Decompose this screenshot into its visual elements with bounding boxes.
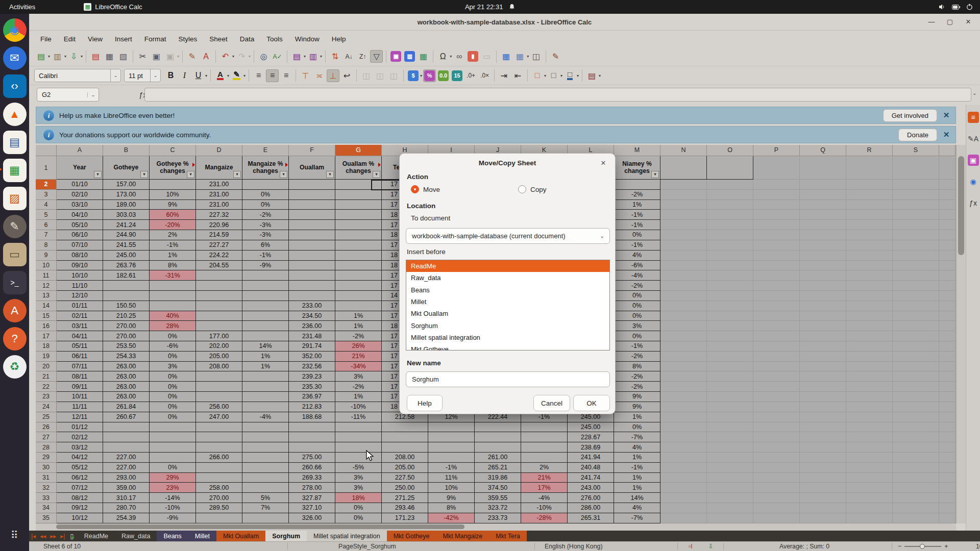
cell-G27[interactable] xyxy=(335,432,382,442)
row-header-24[interactable]: 24 xyxy=(36,402,57,412)
cell-G24[interactable]: -10% xyxy=(335,402,382,412)
menu-window[interactable]: Window xyxy=(290,33,325,45)
cell-O7[interactable] xyxy=(707,230,753,240)
cell-F25[interactable]: 188.68 xyxy=(289,412,335,422)
sheet-list-item-millet[interactable]: Millet xyxy=(406,296,609,308)
cell-F34[interactable]: 327.10 xyxy=(289,503,335,513)
cell-A24[interactable]: 11/11 xyxy=(57,402,103,412)
cell-R27[interactable] xyxy=(846,432,893,442)
cell-P9[interactable] xyxy=(753,251,800,261)
cell-R25[interactable] xyxy=(846,412,893,422)
cell-A15[interactable]: 02/11 xyxy=(57,311,103,321)
cell-D4[interactable]: 231.00 xyxy=(196,200,242,210)
cell-E16[interactable] xyxy=(242,321,289,331)
cell-G19[interactable]: 21% xyxy=(335,352,382,362)
cell-G13[interactable] xyxy=(335,291,382,301)
cell-R3[interactable] xyxy=(846,190,893,200)
cell-O26[interactable] xyxy=(707,422,753,433)
row-header-14[interactable]: 14 xyxy=(36,301,57,311)
cell-M14[interactable]: 0% xyxy=(614,301,660,311)
cell-G34[interactable]: 0% xyxy=(335,503,382,513)
cell-B13[interactable] xyxy=(103,291,150,301)
selection-mode-icon[interactable]: ⇩ xyxy=(708,542,713,551)
cell-G25[interactable]: -11% xyxy=(335,412,382,422)
align-bottom-icon[interactable]: ⊥ xyxy=(327,69,339,82)
cell-A35[interactable]: 10/12 xyxy=(57,513,103,523)
cell-A23[interactable]: 10/11 xyxy=(57,392,103,402)
cell-F23[interactable]: 236.97 xyxy=(289,392,335,402)
cell-B17[interactable]: 270.00 xyxy=(103,331,150,341)
cell-M31[interactable]: 1% xyxy=(614,473,660,483)
cell-O24[interactable] xyxy=(707,402,753,412)
cell-E14[interactable] xyxy=(242,301,289,311)
autofilter-button-D[interactable]: ▾ xyxy=(233,171,241,178)
cell-L26[interactable]: 245.00 xyxy=(568,422,614,433)
cell-R1[interactable] xyxy=(846,156,893,180)
cell-N12[interactable] xyxy=(660,281,707,291)
cell-D1[interactable]: Mangaize▾ xyxy=(196,156,242,180)
sheet-tab-mkt-ouallam[interactable]: Mkt Ouallam xyxy=(216,531,265,541)
sheet-tab-mkt-mangaize[interactable]: Mkt Mangaize xyxy=(436,531,489,541)
minimize-button[interactable]: — xyxy=(925,16,938,29)
cell-L27[interactable]: 228.67 xyxy=(568,432,614,442)
cell-E29[interactable] xyxy=(242,453,289,463)
show-draw-functions-icon[interactable]: ✎ xyxy=(549,50,562,63)
cell-P30[interactable] xyxy=(753,463,800,473)
chevron-down-icon[interactable]: ▾ xyxy=(48,54,50,59)
cell-P24[interactable] xyxy=(753,402,800,412)
name-box[interactable]: G2 ⌄ xyxy=(37,88,99,102)
cell-G1[interactable]: Ouallam % changes▾ xyxy=(335,156,382,180)
cell-F19[interactable]: 352.00 xyxy=(289,352,335,362)
cut-icon[interactable]: ✂ xyxy=(136,50,149,63)
cell-E24[interactable] xyxy=(242,402,289,412)
cell-G32[interactable]: 3% xyxy=(335,483,382,493)
cell-D9[interactable]: 224.22 xyxy=(196,251,242,261)
cell-S14[interactable] xyxy=(893,301,939,311)
cell-D27[interactable] xyxy=(196,432,242,442)
cell-G23[interactable]: 1% xyxy=(335,392,382,402)
cell-I26[interactable] xyxy=(428,422,475,433)
cell-J30[interactable]: 265.21 xyxy=(475,463,521,473)
cell-P34[interactable] xyxy=(753,503,800,513)
cell-K28[interactable] xyxy=(521,442,568,453)
cell-N10[interactable] xyxy=(660,261,707,271)
cell-B14[interactable]: 150.50 xyxy=(103,301,150,311)
cell-E18[interactable]: 14% xyxy=(242,341,289,352)
underline-icon[interactable]: U▾ xyxy=(192,69,207,82)
cell-N32[interactable] xyxy=(660,483,707,493)
cell-B20[interactable]: 263.00 xyxy=(103,362,150,372)
cell-R31[interactable] xyxy=(846,473,893,483)
cell-S18[interactable] xyxy=(893,341,939,352)
cell-H27[interactable] xyxy=(382,432,428,442)
cell-B9[interactable]: 245.00 xyxy=(103,251,150,261)
cell-D34[interactable]: 289.50 xyxy=(196,503,242,513)
cell-K30[interactable]: 2% xyxy=(521,463,568,473)
row-header-35[interactable]: 35 xyxy=(36,513,57,523)
cell-E4[interactable]: 0% xyxy=(242,200,289,210)
menu-view[interactable]: View xyxy=(83,33,108,45)
cell-E3[interactable]: 0% xyxy=(242,190,289,200)
cell-G30[interactable]: -5% xyxy=(335,463,382,473)
cell-B23[interactable]: 263.00 xyxy=(103,392,150,402)
row-header-28[interactable]: 28 xyxy=(36,442,57,453)
activities-button[interactable]: Activities xyxy=(9,3,35,11)
cell-M33[interactable]: 14% xyxy=(614,493,660,503)
cell-G28[interactable] xyxy=(335,442,382,453)
cell-N6[interactable] xyxy=(660,220,707,230)
cell-S22[interactable] xyxy=(893,382,939,392)
cell-E8[interactable]: 6% xyxy=(242,240,289,251)
cell-Q27[interactable] xyxy=(800,432,846,442)
cell-O20[interactable] xyxy=(707,362,753,372)
cell-C23[interactable]: 0% xyxy=(150,392,196,402)
column-header-B[interactable]: B xyxy=(103,145,150,156)
zoom-in-icon[interactable]: + xyxy=(944,542,948,551)
cell-N20[interactable] xyxy=(660,362,707,372)
cell-R6[interactable] xyxy=(846,220,893,230)
cell-J31[interactable]: 319.86 xyxy=(475,473,521,483)
cell-S30[interactable] xyxy=(893,463,939,473)
cell-C18[interactable]: -6% xyxy=(150,341,196,352)
cell-A17[interactable]: 04/11 xyxy=(57,331,103,341)
cell-G14[interactable] xyxy=(335,301,382,311)
cell-Q30[interactable] xyxy=(800,463,846,473)
clone-formatting-icon[interactable]: ✎ xyxy=(186,50,199,63)
